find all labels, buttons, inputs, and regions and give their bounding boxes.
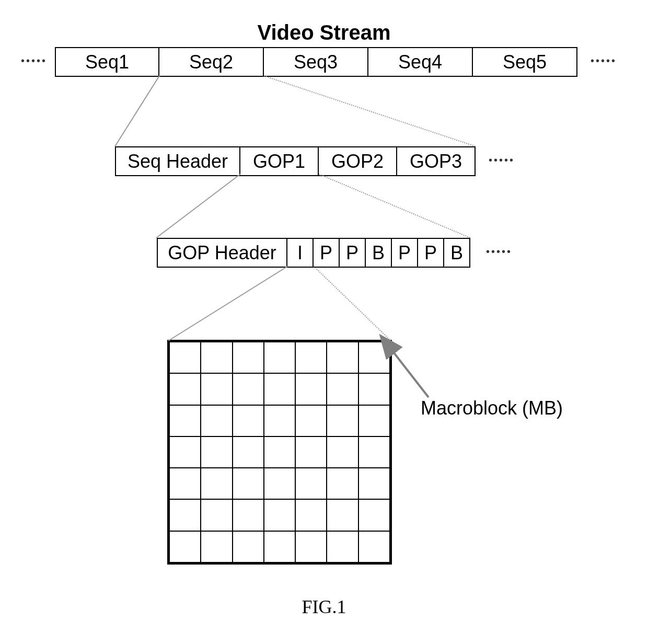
connector-lines: [16, 21, 632, 622]
svg-line-1: [264, 76, 476, 146]
svg-line-0: [115, 76, 159, 146]
svg-line-4: [168, 266, 288, 341]
svg-line-3: [319, 174, 470, 238]
svg-line-7: [392, 350, 429, 397]
video-stream-hierarchy-diagram: Video Stream ••••• Seq1 Seq2 Seq3 Seq4 S…: [16, 21, 632, 622]
figure-caption: FIG.1: [16, 596, 632, 618]
svg-line-5: [314, 266, 391, 341]
svg-line-2: [156, 174, 240, 238]
